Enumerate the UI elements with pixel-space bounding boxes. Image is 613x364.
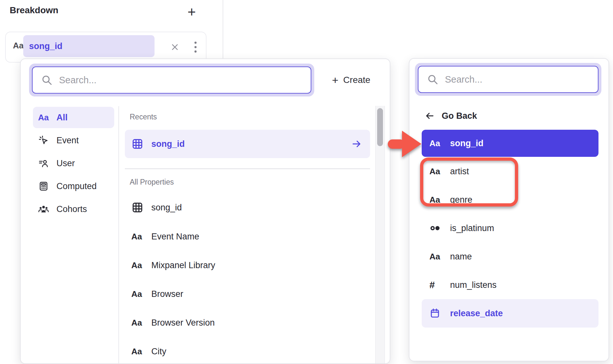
scrollbar[interactable] (375, 106, 385, 363)
create-button[interactable]: + Create (332, 64, 370, 96)
breakdown-chip[interactable]: song_id (23, 35, 155, 57)
breakdown-chip-label: song_id (29, 41, 63, 51)
property-item-browser-version[interactable]: Aa Browser Version (125, 308, 370, 337)
search-field (32, 66, 311, 94)
category-label: Event (56, 136, 79, 146)
plus-icon: + (187, 4, 196, 20)
category-label: User (56, 158, 75, 168)
text-type-icon: Aa (131, 318, 146, 328)
text-type-icon: Aa (429, 195, 444, 205)
table-grid-icon (131, 201, 144, 214)
text-type-icon: Aa (131, 347, 146, 357)
value-item-genre[interactable]: Aa genre (422, 186, 598, 213)
category-tab-all[interactable]: Aa All (33, 107, 114, 128)
calculator-icon (38, 181, 49, 192)
property-item-song-id[interactable]: song_id (125, 193, 370, 222)
panel-divider (223, 0, 223, 58)
text-type-icon: Aa (38, 113, 51, 123)
close-icon (170, 43, 179, 52)
text-type-icon: Aa (429, 167, 444, 177)
search-focus-ring (29, 64, 314, 96)
arrow-right-icon[interactable] (351, 139, 362, 149)
category-label: Cohorts (56, 204, 87, 214)
property-picker-dropdown: + Create Aa All Event User Computed (20, 58, 390, 364)
value-item-name[interactable]: Aa name (422, 243, 598, 270)
category-tab-cohorts[interactable]: Cohorts (33, 198, 114, 220)
create-button-label: Create (343, 75, 370, 85)
plus-icon: + (332, 75, 338, 86)
kebab-menu-icon (192, 41, 199, 54)
section-header-all-properties: All Properties (130, 178, 174, 187)
category-tab-event[interactable]: Event (33, 130, 114, 151)
value-item-num-listens[interactable]: # num_listens (422, 271, 598, 298)
property-name: song_id (151, 139, 185, 149)
list-divider (125, 168, 370, 169)
scrollbar-thumb[interactable] (377, 108, 383, 146)
category-label: Computed (56, 181, 97, 191)
text-type-icon: Aa (429, 138, 444, 148)
property-name: Event Name (151, 232, 199, 242)
search-field (418, 66, 598, 93)
property-item-city[interactable]: Aa City (125, 337, 370, 364)
text-type-icon: Aa (429, 252, 444, 262)
text-type-icon: Aa (131, 232, 146, 242)
boolean-icon (429, 222, 441, 234)
table-grid-icon (131, 138, 144, 150)
property-item-mixpanel-library[interactable]: Aa Mixpanel Library (125, 251, 370, 279)
value-name: song_id (450, 138, 484, 148)
cohorts-people-icon (38, 204, 49, 215)
sidebar-divider (118, 106, 119, 363)
search-icon (427, 74, 438, 85)
screen: Breakdown + Aa song_id + Create Aa (0, 0, 613, 364)
value-name: genre (450, 195, 472, 205)
property-name: City (151, 347, 166, 357)
value-name: release_date (450, 308, 503, 318)
value-name: artist (450, 167, 469, 177)
add-breakdown-button[interactable]: + (184, 3, 199, 21)
property-item-browser[interactable]: Aa Browser (125, 280, 370, 308)
category-label: All (56, 113, 68, 123)
property-name: Browser Version (151, 318, 215, 328)
search-icon (41, 74, 53, 86)
search-focus-ring (415, 63, 601, 96)
calendar-icon (429, 308, 440, 319)
user-icon (38, 158, 49, 169)
value-name: num_listens (450, 280, 497, 290)
property-value-dropdown: Go Back Aa song_id Aa artist Aa genre is… (409, 58, 609, 361)
value-item-song-id[interactable]: Aa song_id (422, 130, 598, 157)
property-name: Mixpanel Library (151, 260, 215, 270)
arrow-left-icon (425, 111, 435, 121)
property-name: Browser (151, 289, 183, 299)
section-header-recents: Recents (130, 113, 157, 121)
number-icon: # (429, 279, 444, 290)
search-input[interactable] (59, 75, 303, 86)
value-item-release-date[interactable]: release_date (422, 299, 598, 328)
page-title: Breakdown (10, 5, 58, 15)
breakdown-chip-card: Aa song_id (5, 32, 206, 63)
text-type-icon: Aa (131, 289, 146, 299)
go-back-button[interactable]: Go Back (425, 108, 477, 124)
category-tab-user[interactable]: User (33, 153, 114, 174)
recent-property-song-id[interactable]: song_id (125, 130, 370, 158)
value-name: name (450, 252, 472, 262)
value-item-artist[interactable]: Aa artist (422, 158, 598, 185)
property-item-event-name[interactable]: Aa Event Name (125, 222, 370, 251)
value-name: is_platinum (450, 223, 494, 233)
click-event-icon (38, 135, 49, 146)
remove-breakdown-button[interactable] (168, 40, 182, 54)
property-name: song_id (151, 203, 182, 213)
category-tab-computed[interactable]: Computed (33, 176, 114, 197)
text-type-icon: Aa (13, 41, 24, 51)
value-item-is-platinum[interactable]: is_platinum (422, 215, 598, 242)
go-back-label: Go Back (442, 111, 477, 121)
text-type-icon: Aa (131, 260, 146, 270)
search-input[interactable] (445, 74, 590, 85)
breakdown-options-button[interactable] (189, 40, 202, 54)
